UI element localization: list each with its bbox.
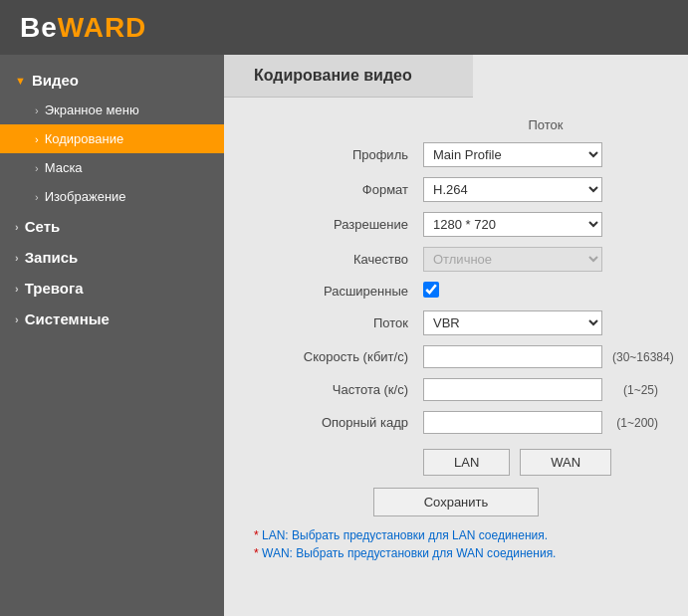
quality-label: Качество — [254, 252, 423, 267]
save-row: Сохранить — [254, 488, 658, 516]
advanced-checkbox[interactable] — [423, 282, 439, 298]
framerate-input[interactable]: 25 — [423, 378, 602, 401]
stream-type-select[interactable]: VBR CBR — [423, 310, 602, 335]
note-lan: LAN: Выбрать предустановки для LAN соеди… — [254, 528, 658, 542]
sidebar: ▼ Видео › Экранное меню › Кодирование › … — [0, 55, 224, 616]
video-arrow-icon: ▼ — [15, 75, 26, 87]
mask-arrow-icon: › — [35, 162, 39, 174]
framerate-label: Частота (к/с) — [254, 382, 423, 397]
bitrate-input[interactable]: 4096 — [423, 345, 602, 368]
keyframe-label: Опорный кадр — [254, 415, 423, 430]
wan-button[interactable]: WAN — [520, 449, 611, 476]
advanced-control — [423, 282, 658, 301]
logo-be: Be — [20, 12, 58, 43]
logo: BeWARD — [20, 12, 146, 44]
osd-arrow-icon: › — [35, 104, 39, 116]
profile-label: Профиль — [254, 147, 423, 162]
encoding-arrow-icon: › — [35, 133, 39, 145]
keyframe-input[interactable]: 10 — [423, 411, 602, 434]
stream-label: Поток — [433, 117, 658, 132]
sidebar-item-network[interactable]: › Сеть — [0, 211, 224, 242]
sidebar-item-alarm[interactable]: › Тревога — [0, 273, 224, 304]
bitrate-row: Скорость (кбит/с) 4096 (30~16384) — [254, 345, 658, 368]
quality-row: Качество Отличное — [254, 247, 658, 272]
quality-select[interactable]: Отличное — [423, 247, 602, 272]
resolution-select[interactable]: 1280 * 720 1920 * 1080 640 * 480 — [423, 212, 602, 237]
profile-select[interactable]: Main Profile Baseline Profile High Profi… — [423, 142, 602, 167]
save-button[interactable]: Сохранить — [373, 488, 540, 516]
image-arrow-icon: › — [35, 191, 39, 203]
sidebar-alarm-label: Тревога — [25, 280, 84, 297]
system-arrow-icon: › — [15, 313, 19, 325]
keyframe-hint: (1~200) — [616, 416, 658, 430]
framerate-row: Частота (к/с) 25 (1~25) — [254, 378, 658, 401]
sidebar-network-label: Сеть — [25, 218, 61, 235]
profile-row: Профиль Main Profile Baseline Profile Hi… — [254, 142, 658, 167]
sidebar-item-osd[interactable]: › Экранное меню — [0, 96, 224, 124]
page-title: Кодирование видео — [224, 55, 473, 98]
lan-button[interactable]: LAN — [423, 449, 510, 476]
advanced-label: Расширенные — [254, 284, 423, 299]
sidebar-item-mask[interactable]: › Маска — [0, 153, 224, 182]
resolution-label: Разрешение — [254, 217, 423, 232]
keyframe-control: 10 — [423, 411, 606, 434]
advanced-row: Расширенные — [254, 282, 658, 301]
profile-control: Main Profile Baseline Profile High Profi… — [423, 142, 658, 167]
format-control: H.264 H.265 MJPEG — [423, 177, 658, 202]
record-arrow-icon: › — [15, 252, 19, 264]
sidebar-image-label: Изображение — [45, 189, 126, 204]
sidebar-item-system[interactable]: › Системные — [0, 304, 224, 334]
main-layout: ▼ Видео › Экранное меню › Кодирование › … — [0, 55, 688, 616]
resolution-row: Разрешение 1280 * 720 1920 * 1080 640 * … — [254, 212, 658, 237]
resolution-control: 1280 * 720 1920 * 1080 640 * 480 — [423, 212, 658, 237]
alarm-arrow-icon: › — [15, 283, 19, 295]
sidebar-encoding-label: Кодирование — [45, 131, 124, 146]
sidebar-record-label: Запись — [25, 249, 79, 266]
network-arrow-icon: › — [15, 221, 19, 233]
bitrate-hint: (30~16384) — [612, 350, 674, 364]
framerate-control: 25 — [423, 378, 613, 401]
stream-type-control: VBR CBR — [423, 310, 658, 335]
sidebar-item-encoding[interactable]: › Кодирование — [0, 124, 224, 153]
form-area: Поток Профиль Main Profile Baseline Prof… — [224, 98, 688, 584]
keyframe-row: Опорный кадр 10 (1~200) — [254, 411, 658, 434]
content-area: Кодирование видео Поток Профиль Main Pro… — [224, 55, 688, 616]
notes-area: LAN: Выбрать предустановки для LAN соеди… — [254, 528, 658, 560]
format-row: Формат H.264 H.265 MJPEG — [254, 177, 658, 202]
stream-type-row: Поток VBR CBR — [254, 310, 658, 335]
sidebar-system-label: Системные — [25, 310, 110, 327]
sidebar-osd-label: Экранное меню — [45, 103, 139, 117]
framerate-hint: (1~25) — [623, 383, 658, 397]
bitrate-label: Скорость (кбит/с) — [254, 349, 423, 364]
bitrate-control: 4096 — [423, 345, 602, 368]
logo-ward: WARD — [58, 12, 147, 43]
format-select[interactable]: H.264 H.265 MJPEG — [423, 177, 602, 202]
stream-type-label: Поток — [254, 315, 423, 330]
lan-wan-row: LAN WAN — [423, 449, 658, 476]
sidebar-item-record[interactable]: › Запись — [0, 242, 224, 273]
quality-control: Отличное — [423, 247, 658, 272]
sidebar-mask-label: Маска — [45, 160, 83, 175]
sidebar-item-video[interactable]: ▼ Видео — [0, 65, 224, 96]
sidebar-video-label: Видео — [32, 72, 79, 89]
note-wan: WAN: Выбрать предустановки для WAN соеди… — [254, 546, 658, 560]
format-label: Формат — [254, 182, 423, 197]
header: BeWARD — [0, 0, 688, 55]
sidebar-item-image[interactable]: › Изображение — [0, 182, 224, 211]
